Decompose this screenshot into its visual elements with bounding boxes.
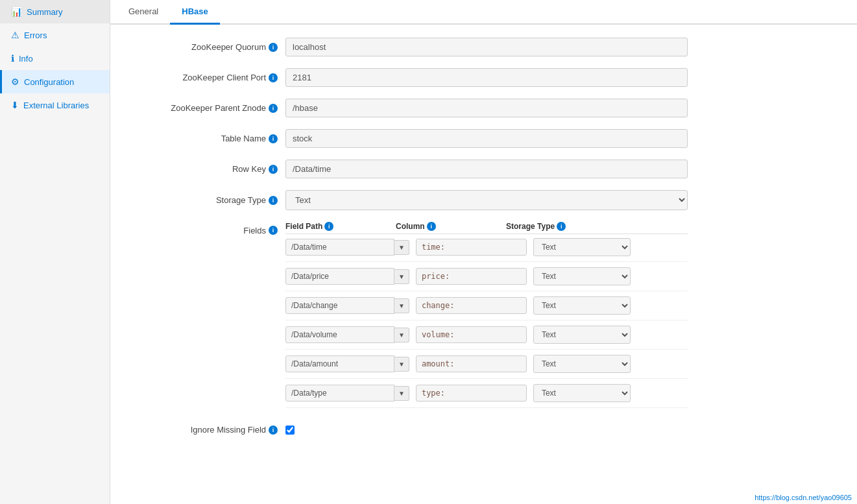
- ignore-missing-field-row: Ignore Missing Field i: [130, 425, 838, 435]
- field-column-input-2[interactable]: [416, 297, 527, 314]
- field-path-input-2[interactable]: [285, 297, 394, 314]
- sidebar-item-label: Info: [19, 54, 33, 64]
- field-path-dropdown-btn-5[interactable]: ▼: [394, 386, 409, 401]
- field-entry-1: ▼TextBinaryJSON: [285, 267, 688, 291]
- field-path-input-5[interactable]: [285, 385, 394, 402]
- sidebar-item-configuration[interactable]: ⚙Configuration: [0, 70, 110, 93]
- ignore-missing-field-info-icon[interactable]: i: [269, 426, 278, 435]
- summary-icon: 📊: [11, 6, 22, 17]
- field-entry-3: ▼TextBinaryJSON: [285, 326, 688, 350]
- zookeeper-parent-znode-row: ZooKeeper Parent Znode i: [130, 99, 838, 117]
- field-path-wrapper-0: ▼: [285, 239, 409, 256]
- storage-type-select[interactable]: TextBinaryJSON: [285, 190, 688, 210]
- zookeeper-quorum-row: ZooKeeper Quorum i: [130, 38, 838, 56]
- footer-url: https://blog.csdn.net/yao09605: [754, 494, 852, 501]
- storage-type-info-icon[interactable]: i: [269, 196, 278, 205]
- fields-entries: ▼TextBinaryJSON▼TextBinaryJSON▼TextBinar…: [285, 238, 688, 408]
- field-entry-0: ▼TextBinaryJSON: [285, 238, 688, 262]
- storage-type-label: Storage Type i: [130, 195, 285, 205]
- field-column-input-1[interactable]: [416, 268, 527, 285]
- fields-row: Fields i Field Path i Column i Storage T…: [130, 222, 838, 413]
- field-storage-select-5[interactable]: TextBinaryJSON: [533, 384, 631, 402]
- field-path-dropdown-btn-3[interactable]: ▼: [394, 328, 409, 342]
- field-path-col-info-icon[interactable]: i: [324, 222, 333, 231]
- sidebar-item-summary[interactable]: 📊Summary: [0, 0, 110, 23]
- field-path-wrapper-3: ▼: [285, 326, 409, 343]
- tabs-bar: GeneralHBase: [110, 0, 857, 25]
- external-libraries-icon: ⬇: [11, 100, 19, 110]
- field-entry-2: ▼TextBinaryJSON: [285, 296, 688, 320]
- ignore-missing-field-label: Ignore Missing Field i: [130, 425, 285, 435]
- field-storage-select-0[interactable]: TextBinaryJSON: [533, 238, 631, 256]
- col-header-column: Column i: [396, 222, 500, 231]
- field-path-wrapper-5: ▼: [285, 385, 409, 402]
- field-path-dropdown-btn-2[interactable]: ▼: [394, 298, 409, 313]
- fields-label: Fields i: [130, 222, 285, 235]
- zookeeper-quorum-info-icon[interactable]: i: [269, 43, 278, 52]
- field-path-dropdown-btn-0[interactable]: ▼: [394, 240, 409, 255]
- zookeeper-parent-znode-label: ZooKeeper Parent Znode i: [130, 103, 285, 113]
- zookeeper-parent-znode-info-icon[interactable]: i: [269, 104, 278, 113]
- fields-header: Field Path i Column i Storage Type i: [285, 222, 688, 234]
- sidebar-item-label: Summary: [27, 7, 63, 17]
- field-path-wrapper-1: ▼: [285, 268, 409, 285]
- configuration-icon: ⚙: [11, 77, 19, 87]
- field-path-wrapper-4: ▼: [285, 355, 409, 372]
- zookeeper-parent-znode-input[interactable]: [285, 99, 688, 117]
- sidebar-item-label: Errors: [24, 30, 47, 40]
- fields-table: Field Path i Column i Storage Type i ▼Te…: [285, 222, 688, 413]
- field-storage-select-2[interactable]: TextBinaryJSON: [533, 296, 631, 315]
- table-name-label: Table Name i: [130, 134, 285, 143]
- sidebar-item-label: Configuration: [24, 77, 74, 87]
- sidebar-item-label: External Libraries: [23, 101, 89, 110]
- errors-icon: ⚠: [11, 30, 19, 40]
- zookeeper-quorum-input[interactable]: [285, 38, 688, 56]
- field-path-dropdown-btn-4[interactable]: ▼: [394, 357, 409, 372]
- tab-general[interactable]: General: [117, 0, 170, 25]
- form-area: ZooKeeper Quorum i ZooKeeper Client Port…: [110, 25, 857, 466]
- sidebar-item-errors[interactable]: ⚠Errors: [0, 23, 110, 47]
- field-path-input-1[interactable]: [285, 268, 394, 285]
- field-storage-select-4[interactable]: TextBinaryJSON: [533, 355, 631, 373]
- zookeeper-client-port-label: ZooKeeper Client Port i: [130, 73, 285, 82]
- field-entry-5: ▼TextBinaryJSON: [285, 384, 688, 408]
- storage-type-row: Storage Type i TextBinaryJSON: [130, 190, 838, 210]
- field-entry-4: ▼TextBinaryJSON: [285, 355, 688, 379]
- zookeeper-client-port-row: ZooKeeper Client Port i: [130, 68, 838, 87]
- field-path-input-0[interactable]: [285, 239, 394, 256]
- table-name-input[interactable]: [285, 129, 688, 148]
- table-name-info-icon[interactable]: i: [269, 134, 278, 143]
- table-name-row: Table Name i: [130, 129, 838, 148]
- field-column-input-3[interactable]: [416, 326, 527, 343]
- zookeeper-client-port-input[interactable]: [285, 68, 688, 87]
- col-header-storage-type: Storage Type i: [506, 222, 610, 231]
- field-path-input-3[interactable]: [285, 326, 394, 343]
- row-key-row: Row Key i: [130, 160, 838, 178]
- zookeeper-client-port-info-icon[interactable]: i: [269, 73, 278, 82]
- field-column-input-4[interactable]: [416, 355, 527, 372]
- col-header-field-path: Field Path i: [285, 222, 389, 231]
- field-column-input-0[interactable]: [416, 239, 527, 256]
- sidebar: 📊Summary⚠ErrorsℹInfo⚙Configuration⬇Exter…: [0, 0, 110, 504]
- tab-hbase[interactable]: HBase: [170, 0, 219, 25]
- fields-info-icon[interactable]: i: [269, 226, 278, 235]
- row-key-input[interactable]: [285, 160, 688, 178]
- column-col-info-icon[interactable]: i: [427, 222, 436, 231]
- ignore-missing-field-checkbox[interactable]: [285, 426, 295, 435]
- storage-type-col-info-icon[interactable]: i: [557, 222, 566, 231]
- field-storage-select-1[interactable]: TextBinaryJSON: [533, 267, 631, 285]
- field-column-input-5[interactable]: [416, 385, 527, 402]
- sidebar-item-external-libraries[interactable]: ⬇External Libraries: [0, 93, 110, 117]
- row-key-label: Row Key i: [130, 164, 285, 174]
- row-key-info-icon[interactable]: i: [269, 165, 278, 174]
- field-path-wrapper-2: ▼: [285, 297, 409, 314]
- sidebar-item-info[interactable]: ℹInfo: [0, 47, 110, 70]
- zookeeper-quorum-label: ZooKeeper Quorum i: [130, 42, 285, 52]
- info-icon: ℹ: [11, 53, 14, 64]
- field-storage-select-3[interactable]: TextBinaryJSON: [533, 326, 631, 344]
- field-path-input-4[interactable]: [285, 355, 394, 372]
- main-content: GeneralHBase ZooKeeper Quorum i ZooKeepe…: [110, 0, 857, 504]
- field-path-dropdown-btn-1[interactable]: ▼: [394, 269, 409, 284]
